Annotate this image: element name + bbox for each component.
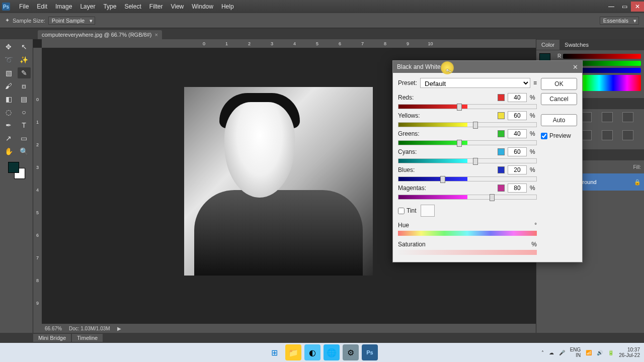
percent-label: % bbox=[530, 112, 537, 119]
type-tool[interactable]: T bbox=[18, 120, 31, 131]
dialog-close-icon[interactable]: ✕ bbox=[573, 63, 578, 71]
start-icon[interactable]: ⊞ bbox=[266, 344, 282, 360]
auto-button[interactable]: Auto bbox=[541, 114, 577, 126]
tray-lang[interactable]: ENG bbox=[570, 347, 581, 352]
channel-value-input[interactable] bbox=[508, 147, 527, 156]
close-button[interactable]: ✕ bbox=[631, 2, 644, 12]
bottom-panel: Mini Bridge Timeline bbox=[33, 333, 536, 343]
gradient-tool[interactable]: ▤ bbox=[18, 94, 31, 105]
mic-icon[interactable]: 🎤 bbox=[559, 350, 565, 355]
channel-slider[interactable] bbox=[398, 122, 537, 127]
eyedropper-tool[interactable]: ✎ bbox=[18, 67, 31, 78]
menu-file[interactable]: File bbox=[15, 1, 33, 12]
workspace-dropdown[interactable]: Essentials bbox=[600, 17, 639, 25]
color-tab[interactable]: Color bbox=[536, 40, 559, 50]
slider-handle[interactable] bbox=[473, 122, 478, 129]
menu-view[interactable]: View bbox=[167, 1, 188, 12]
shape-tool[interactable]: ▭ bbox=[18, 133, 31, 144]
dodge-tool[interactable]: ○ bbox=[18, 107, 31, 118]
channel-chip bbox=[498, 185, 505, 192]
adj-icon[interactable] bbox=[602, 130, 613, 140]
channel-value-input[interactable] bbox=[508, 93, 527, 102]
close-tab-icon[interactable]: × bbox=[154, 32, 157, 38]
pen-tool[interactable]: ✒ bbox=[2, 120, 15, 131]
preview-checkbox[interactable]: Preview bbox=[541, 132, 577, 139]
menu-layer[interactable]: Layer bbox=[76, 1, 99, 12]
minimize-button[interactable]: — bbox=[605, 2, 618, 12]
tint-swatch[interactable] bbox=[421, 205, 435, 217]
settings-icon[interactable]: ⚙ bbox=[343, 344, 359, 360]
brush-tool[interactable]: 🖌 bbox=[2, 80, 15, 92]
eraser-tool[interactable]: ◧ bbox=[2, 94, 15, 105]
tray-chevron-icon[interactable]: ˄ bbox=[541, 350, 544, 355]
channel-value-input[interactable] bbox=[508, 111, 527, 120]
blur-tool[interactable]: ◌ bbox=[2, 107, 15, 118]
color-swatch[interactable] bbox=[8, 162, 25, 179]
maximize-button[interactable]: ▭ bbox=[618, 2, 631, 12]
channel-slider[interactable] bbox=[398, 176, 537, 182]
playhead-icon[interactable]: ▶ bbox=[117, 326, 121, 331]
channel-slider[interactable] bbox=[398, 158, 537, 163]
move-tool[interactable]: ✥ bbox=[2, 41, 15, 52]
adj-icon[interactable] bbox=[602, 112, 613, 122]
onedrive-icon[interactable]: ☁ bbox=[549, 350, 554, 355]
preset-dropdown[interactable]: Default bbox=[420, 78, 530, 88]
menu-edit[interactable]: Edit bbox=[33, 1, 51, 12]
channel-value-input[interactable] bbox=[508, 165, 527, 174]
channel-slider[interactable] bbox=[398, 104, 537, 109]
zoom-readout[interactable]: 66.67% bbox=[45, 326, 62, 331]
menu-filter[interactable]: Filter bbox=[145, 1, 167, 12]
channel-value-input[interactable] bbox=[508, 129, 527, 138]
menu-image[interactable]: Image bbox=[51, 1, 76, 12]
mini-bridge-tab[interactable]: Mini Bridge bbox=[33, 334, 71, 342]
wand-tool[interactable]: ✨ bbox=[18, 54, 31, 65]
swatches-tab[interactable]: Swatches bbox=[559, 40, 594, 50]
tray-time[interactable]: 10:37 bbox=[627, 347, 640, 352]
dialog-titlebar[interactable]: Black and White ✕ bbox=[393, 61, 582, 73]
channel-value-input[interactable] bbox=[508, 184, 527, 193]
slider-handle[interactable] bbox=[490, 194, 495, 201]
zoom-tool[interactable]: 🔍 bbox=[18, 146, 31, 157]
slider-handle[interactable] bbox=[473, 158, 478, 165]
eyedropper-tool-icon[interactable]: ✦ bbox=[5, 17, 10, 24]
app-icon[interactable]: ◐ bbox=[304, 344, 320, 360]
lock-icon[interactable]: 🔒 bbox=[634, 179, 641, 186]
ok-button[interactable]: OK bbox=[541, 78, 577, 90]
adj-icon[interactable] bbox=[622, 130, 633, 140]
document-tab-label: computereverywhere.jpg @ 66.7% (RGB/8#) bbox=[42, 32, 151, 38]
slider-handle[interactable] bbox=[457, 140, 462, 147]
menu-select[interactable]: Select bbox=[120, 1, 145, 12]
document-canvas[interactable] bbox=[184, 87, 373, 276]
document-tab[interactable]: computereverywhere.jpg @ 66.7% (RGB/8#) … bbox=[38, 30, 162, 39]
stamp-tool[interactable]: ⧈ bbox=[18, 80, 31, 92]
adj-icon[interactable] bbox=[622, 112, 633, 122]
r-slider[interactable] bbox=[563, 54, 641, 59]
lasso-tool[interactable]: ➰ bbox=[2, 54, 15, 65]
wifi-icon[interactable]: 📶 bbox=[586, 350, 592, 355]
battery-icon[interactable]: 🔋 bbox=[608, 350, 614, 355]
preset-menu-icon[interactable]: ≡ bbox=[533, 79, 537, 86]
timeline-tab[interactable]: Timeline bbox=[72, 334, 103, 342]
tint-checkbox[interactable]: Tint bbox=[398, 207, 417, 214]
crop-tool[interactable]: ▧ bbox=[2, 67, 15, 78]
explorer-icon[interactable]: 📁 bbox=[285, 344, 301, 360]
menu-type[interactable]: Type bbox=[99, 1, 120, 12]
channel-slider[interactable] bbox=[398, 140, 537, 145]
cancel-button[interactable]: Cancel bbox=[541, 93, 577, 105]
sample-size-dropdown[interactable]: Point Sample bbox=[48, 17, 95, 25]
volume-icon[interactable]: 🔊 bbox=[597, 350, 603, 355]
path-tool[interactable]: ↗ bbox=[2, 133, 15, 144]
slider-handle[interactable] bbox=[457, 104, 462, 111]
menu-help[interactable]: Help bbox=[217, 1, 238, 12]
selection-tool[interactable]: ↖ bbox=[18, 41, 31, 52]
channel-slider[interactable] bbox=[398, 195, 537, 200]
fill-label: Fill: bbox=[633, 164, 641, 170]
foreground-color-swatch[interactable] bbox=[8, 162, 19, 173]
hand-tool[interactable]: ✋ bbox=[2, 146, 15, 157]
menu-window[interactable]: Window bbox=[188, 1, 217, 12]
percent-label: % bbox=[530, 148, 537, 155]
edge-icon[interactable]: 🌐 bbox=[324, 344, 340, 360]
dialog-title-text: Black and White bbox=[397, 63, 441, 70]
slider-handle[interactable] bbox=[440, 176, 445, 183]
photoshop-taskbar-icon[interactable]: Ps bbox=[362, 344, 378, 360]
